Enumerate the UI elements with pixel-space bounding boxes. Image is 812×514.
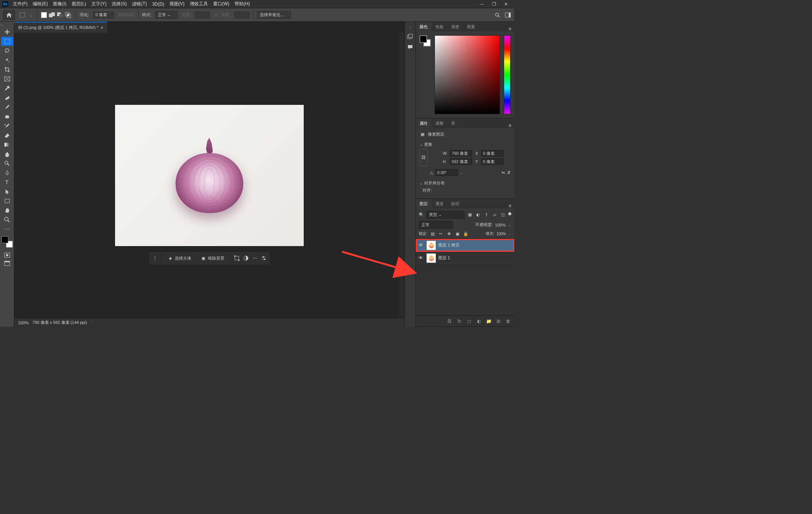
- flip-h-icon[interactable]: ⇋: [501, 170, 505, 175]
- foreground-color[interactable]: [2, 236, 8, 243]
- select-subject-button[interactable]: ◈ 选择主体: [164, 254, 194, 263]
- visibility-toggle[interactable]: 👁: [417, 242, 424, 248]
- menu-file[interactable]: 文件(F): [11, 0, 30, 8]
- menu-window[interactable]: 窗口(W): [211, 0, 232, 8]
- opacity-value[interactable]: 100%: [495, 223, 506, 227]
- tab-color[interactable]: 颜色: [416, 22, 432, 32]
- maximize-button[interactable]: ❐: [492, 2, 496, 6]
- menu-type[interactable]: 文字(Y): [89, 0, 109, 8]
- flip-v-icon[interactable]: ⇵: [507, 170, 511, 175]
- healing-brush-tool[interactable]: [1, 93, 13, 102]
- layer-row[interactable]: 👁 🧅 图层 1 拷贝: [416, 239, 514, 252]
- y-property-input[interactable]: [481, 158, 504, 165]
- link-wh-icon[interactable]: ⛓: [420, 149, 428, 166]
- fg-bg-colors[interactable]: [2, 236, 13, 248]
- menu-help[interactable]: 帮助(H): [232, 0, 252, 8]
- lasso-tool[interactable]: [1, 46, 13, 55]
- visibility-toggle[interactable]: 👁: [417, 255, 424, 261]
- filter-type-icon[interactable]: T: [483, 212, 489, 218]
- lock-artboard-icon[interactable]: ▣: [454, 231, 461, 236]
- rectangle-tool[interactable]: [1, 197, 13, 206]
- zoom-level[interactable]: 100%: [18, 320, 29, 325]
- filter-smartobject-icon[interactable]: ◫: [500, 212, 506, 218]
- menu-select[interactable]: 选择(S): [109, 0, 129, 8]
- workspace-icon[interactable]: [504, 12, 511, 18]
- properties-icon[interactable]: [261, 255, 267, 261]
- width-property-input[interactable]: [450, 150, 472, 157]
- subtract-from-selection-icon[interactable]: [57, 12, 64, 18]
- brush-tool[interactable]: [1, 103, 13, 112]
- fill-value[interactable]: 100%: [496, 232, 506, 236]
- remove-background-button[interactable]: ▣ 移除背景: [197, 254, 227, 263]
- marquee-tool-preset[interactable]: [19, 12, 26, 18]
- lock-position-icon[interactable]: ✥: [446, 231, 452, 236]
- hand-tool[interactable]: [1, 206, 13, 215]
- tab-channels[interactable]: 通道: [432, 199, 447, 209]
- filter-pixel-icon[interactable]: ▦: [467, 212, 473, 218]
- feather-input[interactable]: [93, 12, 114, 18]
- new-layer-icon[interactable]: ⊞: [495, 318, 501, 324]
- width-input[interactable]: [195, 12, 210, 18]
- eraser-tool[interactable]: [1, 131, 13, 140]
- layer-row[interactable]: 👁 🧅 图层 1: [416, 252, 514, 265]
- more-options-icon[interactable]: ⋯: [252, 255, 258, 261]
- filter-shape-icon[interactable]: ▱: [492, 212, 498, 218]
- path-selection-tool[interactable]: [1, 187, 13, 196]
- close-window-button[interactable]: ✕: [504, 2, 508, 6]
- canvas-viewport[interactable]: ⋮ ◈ 选择主体 ▣ 移除背景 ⋯: [14, 33, 404, 318]
- menu-layer[interactable]: 图层(L): [70, 0, 89, 8]
- search-icon[interactable]: [494, 12, 501, 18]
- adjustment-icon[interactable]: [243, 255, 249, 261]
- link-layers-icon[interactable]: ⛓: [447, 318, 453, 324]
- menu-edit[interactable]: 编辑(E): [30, 0, 50, 8]
- style-select[interactable]: 正常 ⌄: [155, 11, 178, 19]
- menu-image[interactable]: 图像(I): [51, 0, 68, 8]
- edit-toolbar[interactable]: ⋯: [1, 225, 13, 234]
- menu-3d[interactable]: 3D(D): [150, 1, 167, 8]
- intersect-selection-icon[interactable]: [65, 12, 72, 18]
- x-property-input[interactable]: [481, 150, 504, 157]
- layer-name[interactable]: 图层 1: [438, 255, 450, 261]
- color-field[interactable]: [435, 35, 500, 114]
- dodge-tool[interactable]: [1, 159, 13, 168]
- quick-selection-tool[interactable]: [1, 56, 13, 65]
- align-section[interactable]: 对齐并分布: [420, 178, 511, 187]
- pen-tool[interactable]: [1, 168, 13, 177]
- tab-adjustments[interactable]: 调整: [432, 119, 447, 128]
- hue-slider[interactable]: [504, 35, 511, 114]
- transform-icon[interactable]: [234, 255, 240, 261]
- lock-transparency-icon[interactable]: ▨: [430, 231, 436, 236]
- new-selection-icon[interactable]: [41, 12, 47, 18]
- menu-plugins[interactable]: 增效工具: [188, 0, 210, 8]
- height-input[interactable]: [234, 12, 249, 18]
- lock-pixels-icon[interactable]: ✏: [438, 231, 444, 236]
- gradient-tool[interactable]: [1, 140, 13, 149]
- home-button[interactable]: [3, 10, 15, 20]
- filter-toggle-icon[interactable]: [508, 212, 511, 215]
- crop-tool[interactable]: [1, 65, 13, 74]
- comments-panel-icon[interactable]: [407, 44, 414, 50]
- eyedropper-tool[interactable]: [1, 84, 13, 93]
- add-to-selection-icon[interactable]: [48, 12, 55, 18]
- frame-tool[interactable]: [1, 74, 13, 83]
- select-and-mask-button[interactable]: 选择并遮住...: [257, 11, 291, 19]
- tab-layers[interactable]: 图层: [416, 199, 432, 209]
- filter-search-icon[interactable]: 🔍: [419, 212, 424, 217]
- layer-thumbnail[interactable]: 🧅: [426, 240, 436, 250]
- blur-tool[interactable]: [1, 150, 13, 159]
- history-panel-icon[interactable]: [407, 33, 414, 40]
- menu-view[interactable]: 视图(V): [167, 0, 187, 8]
- delete-layer-icon[interactable]: 🗑: [505, 318, 511, 324]
- clone-stamp-tool[interactable]: [1, 112, 13, 121]
- history-brush-tool[interactable]: [1, 121, 13, 130]
- document-tab[interactable]: 例 (2).png @ 100% (图层 1 拷贝, RGB/8#) * ×: [14, 22, 107, 33]
- tab-patterns[interactable]: 图案: [463, 22, 479, 32]
- transform-section[interactable]: 变换: [420, 139, 511, 149]
- tab-properties[interactable]: 属性: [416, 119, 432, 128]
- tab-libraries[interactable]: 库: [447, 119, 459, 128]
- layers-panel-menu[interactable]: ≡: [506, 203, 514, 209]
- quickmask-toggle[interactable]: [3, 252, 11, 259]
- layer-style-icon[interactable]: fx: [456, 318, 462, 324]
- adjustment-layer-icon[interactable]: ◐: [476, 318, 482, 324]
- layer-thumbnail[interactable]: 🧅: [426, 253, 436, 263]
